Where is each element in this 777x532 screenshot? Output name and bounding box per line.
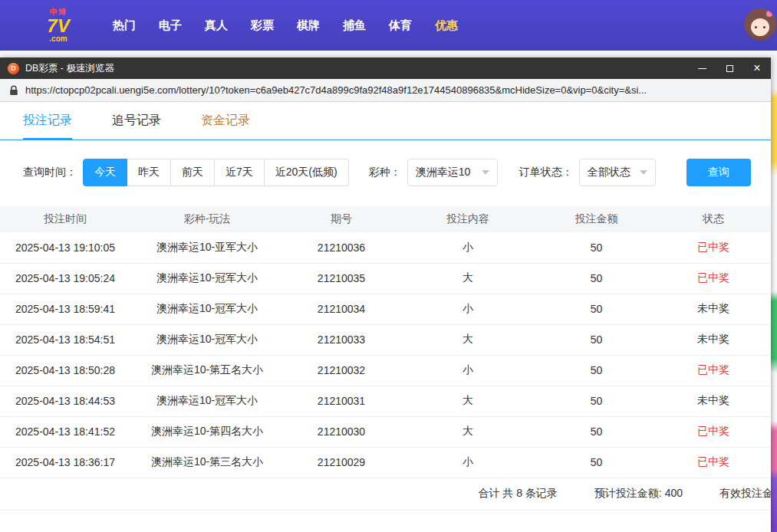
lottery-filter-label: 彩种： xyxy=(369,166,401,179)
chevron-down-icon xyxy=(640,170,647,175)
table-row: 2025-04-13 19:05:24 澳洲幸运10-冠军大小 21210035… xyxy=(0,263,771,294)
table-header-row: 投注时间 彩种-玩法 期号 投注内容 投注金额 状态 xyxy=(0,206,771,232)
order-status-label: 订单状态： xyxy=(519,166,573,179)
bet-amount: 50 xyxy=(537,294,656,324)
chevron-down-icon xyxy=(482,170,489,175)
game-play: 澳洲幸运10-冠军大小 xyxy=(130,263,284,294)
bet-time: 2025-04-13 18:59:41 xyxy=(0,294,130,324)
game-play: 澳洲幸运10-第三名大小 xyxy=(130,447,284,478)
status-badge: 已中奖 xyxy=(697,271,729,284)
browser-titlebar[interactable]: D DB彩票 - 极速浏览器 × xyxy=(0,57,771,79)
user-avatar[interactable] xyxy=(744,8,776,41)
bet-time: 2025-04-13 19:10:05 xyxy=(0,232,130,263)
col-header-content: 投注内容 xyxy=(399,206,537,232)
bet-amount: 50 xyxy=(537,324,656,355)
tab-chase-records[interactable]: 追号记录 xyxy=(112,113,161,140)
col-header-amount: 投注金额 xyxy=(537,206,656,232)
nav-item-fishing[interactable]: 捕鱼 xyxy=(331,18,377,33)
total-records: 合计 共 8 条记录 xyxy=(478,487,557,501)
status-badge: 未中奖 xyxy=(697,394,729,406)
nav-item-live[interactable]: 真人 xyxy=(193,18,239,33)
order-status-value: 全部状态 xyxy=(588,166,630,179)
game-play: 澳洲幸运10-亚军大小 xyxy=(130,232,284,263)
time-filter-20days[interactable]: 近20天(低频) xyxy=(265,159,349,186)
nav-item-sports[interactable]: 体育 xyxy=(377,18,423,33)
game-play: 澳洲幸运10-第五名大小 xyxy=(130,355,284,386)
col-header-status: 状态 xyxy=(656,206,771,232)
avatar-face xyxy=(751,18,769,36)
bet-time: 2025-04-13 18:44:53 xyxy=(0,386,130,416)
bet-amount: 50 xyxy=(537,232,656,263)
col-header-game-play: 彩种-玩法 xyxy=(130,206,284,232)
issue-number: 21210032 xyxy=(284,355,399,386)
maximize-icon xyxy=(726,65,733,72)
minimize-button[interactable] xyxy=(688,57,716,79)
status-badge: 已中奖 xyxy=(697,425,729,437)
order-status-select[interactable]: 全部状态 xyxy=(579,159,656,186)
bet-time: 2025-04-13 19:05:24 xyxy=(0,263,130,294)
expected-amount: 预计投注金额: 400 xyxy=(594,487,683,501)
game-play: 澳洲幸运10-冠军大小 xyxy=(130,324,284,355)
table-row: 2025-04-13 19:10:05 澳洲幸运10-亚军大小 21210036… xyxy=(0,232,771,263)
lottery-select[interactable]: 澳洲幸运10 xyxy=(407,159,498,186)
tab-fund-records[interactable]: 资金记录 xyxy=(201,113,250,140)
status-badge: 未中奖 xyxy=(697,333,729,345)
main-nav: 热门 电子 真人 彩票 棋牌 捕鱼 体育 优惠 xyxy=(101,18,469,33)
maximize-button[interactable] xyxy=(716,57,743,79)
tab-bet-records[interactable]: 投注记录 xyxy=(23,113,72,140)
game-play: 澳洲幸运10-冠军大小 xyxy=(130,386,284,416)
issue-number: 21210036 xyxy=(284,232,399,263)
bet-content: 大 xyxy=(399,263,537,294)
table-row: 2025-04-13 18:54:51 澳洲幸运10-冠军大小 21210033… xyxy=(0,324,771,355)
bet-amount: 50 xyxy=(537,416,656,447)
bet-time: 2025-04-13 18:50:28 xyxy=(0,355,130,386)
table-row: 2025-04-13 18:50:28 澳洲幸运10-第五名大小 2121003… xyxy=(0,355,771,386)
nav-item-promo[interactable]: 优惠 xyxy=(423,18,469,33)
logo-brand-suffix: .com xyxy=(35,35,81,43)
status-badge: 已中奖 xyxy=(697,363,729,376)
query-button[interactable]: 查询 xyxy=(686,159,751,186)
table-row: 2025-04-13 18:41:52 澳洲幸运10-第四名大小 2121003… xyxy=(0,416,771,447)
window-controls: × xyxy=(688,57,771,79)
close-button[interactable]: × xyxy=(743,57,771,79)
issue-number: 21210031 xyxy=(284,386,399,416)
bet-amount: 50 xyxy=(537,447,656,478)
bet-content: 大 xyxy=(399,416,537,447)
bet-records-table: 投注时间 彩种-玩法 期号 投注内容 投注金额 状态 2025-04-13 19… xyxy=(0,206,771,478)
tab-bar: 投注记录 追号记录 资金记录 xyxy=(0,102,771,140)
bet-time: 2025-04-13 18:54:51 xyxy=(0,324,130,355)
time-filter-daybefore[interactable]: 前天 xyxy=(171,159,215,186)
time-filter-today[interactable]: 今天 xyxy=(83,159,127,186)
bet-content: 小 xyxy=(399,232,537,263)
bet-amount: 50 xyxy=(537,386,656,416)
lottery-select-value: 澳洲幸运10 xyxy=(416,166,471,179)
nav-item-cards[interactable]: 棋牌 xyxy=(285,18,331,33)
time-filter-group: 今天 昨天 前天 近7天 近20天(低频) xyxy=(83,159,349,186)
time-filter-7days[interactable]: 近7天 xyxy=(215,159,265,186)
valid-amount: 有效投注金额 xyxy=(719,487,771,501)
summary-bar: 合计 共 8 条记录 预计投注金额: 400 有效投注金额 xyxy=(0,478,771,511)
window-title: DB彩票 - 极速浏览器 xyxy=(25,62,114,75)
table-row: 2025-04-13 18:59:41 澳洲幸运10-冠军大小 21210034… xyxy=(0,294,771,324)
game-play: 澳洲幸运10-第四名大小 xyxy=(130,416,284,447)
logo-brand-main: 7V xyxy=(35,17,81,35)
background-page-strip xyxy=(771,51,777,532)
status-badge: 已中奖 xyxy=(697,241,729,253)
nav-item-hot[interactable]: 热门 xyxy=(101,18,147,33)
issue-number: 21210034 xyxy=(284,294,399,324)
nav-item-slots[interactable]: 电子 xyxy=(147,18,193,33)
url-bar[interactable]: https://ctopcp02pcali.uengi5e.com/lotter… xyxy=(0,79,771,102)
site-logo[interactable]: 申博 7V .com xyxy=(35,8,81,43)
status-badge: 已中奖 xyxy=(697,455,729,468)
bet-time: 2025-04-13 18:41:52 xyxy=(0,416,130,447)
issue-number: 21210029 xyxy=(284,447,399,478)
favicon-letter: D xyxy=(11,64,16,72)
game-play: 澳洲幸运10-冠军大小 xyxy=(130,294,284,324)
status-badge: 未中奖 xyxy=(697,302,729,314)
url-text[interactable]: https://ctopcp02pcali.uengi5e.com/lotter… xyxy=(25,84,647,96)
site-favicon-icon: D xyxy=(8,63,19,74)
issue-number: 21210030 xyxy=(284,416,399,447)
nav-item-lottery[interactable]: 彩票 xyxy=(239,18,285,33)
time-filter-yesterday[interactable]: 昨天 xyxy=(127,159,171,186)
bet-amount: 50 xyxy=(537,263,656,294)
